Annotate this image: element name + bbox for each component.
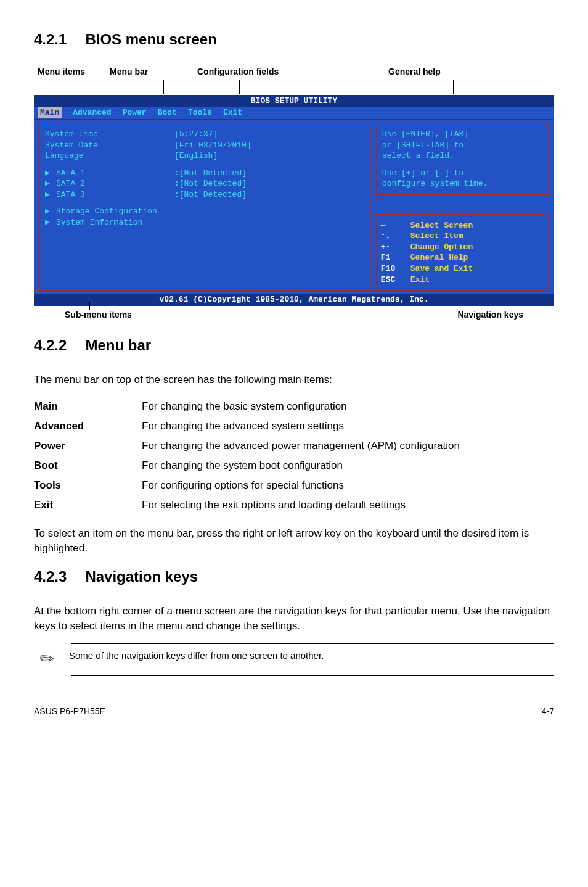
heading-421-title: BIOS menu screen [85, 31, 216, 47]
label-sata1: SATA 1 [56, 168, 85, 178]
bottom-label-row: Sub-menu items Navigation keys [34, 310, 554, 320]
cell-key: Advanced [34, 416, 142, 436]
row-sata3[interactable]: ▶SATA 3 :[Not Detected] [45, 189, 364, 200]
table-row: PowerFor changing the advanced power man… [34, 436, 554, 456]
heading-421: 4.2.1BIOS menu screen [34, 31, 554, 48]
bios-tab-exit[interactable]: Exit [223, 107, 242, 118]
value-language: [English] [174, 151, 218, 162]
row-language[interactable]: Language [English] [45, 151, 364, 162]
cell-key: Boot [34, 456, 142, 476]
row-sata1[interactable]: ▶SATA 1 :[Not Detected] [45, 168, 364, 179]
top-label-row: Menu items Menu bar Configuration fields… [34, 67, 554, 76]
footer-left: ASUS P6-P7H55E [34, 706, 105, 716]
tick-line [59, 80, 59, 94]
note-box: ✎ Some of the navigation keys differ fro… [71, 643, 554, 676]
nav-desc: Change Option [410, 242, 473, 253]
bios-tab-power[interactable]: Power [123, 107, 147, 118]
bios-screenshot: BIOS SETUP UTILITY Main Advanced Power B… [34, 95, 554, 306]
label-submenu-text: Sub-menu items [65, 310, 132, 320]
nav-key: +- [381, 242, 410, 253]
cell-key: Power [34, 436, 142, 456]
nav-desc: Select Item [410, 231, 463, 242]
label-navigation-keys: Navigation keys [145, 310, 554, 320]
label-system-date: System Date [45, 140, 174, 151]
nav-desc: General Help [410, 252, 468, 263]
label-general-help: General help [339, 67, 554, 76]
help-line: Use [ENTER], [TAB] [382, 129, 544, 140]
heading-423-num: 4.2.3 [34, 568, 67, 585]
bios-tab-advanced[interactable]: Advanced [73, 107, 111, 118]
bios-tab-boot[interactable]: Boot [158, 107, 177, 118]
value-sata2: :[Not Detected] [174, 178, 247, 189]
value-system-date: [Fri 03/19/2010] [174, 140, 251, 151]
bios-help-box: Use [ENTER], [TAB] or [SHIFT-TAB] to sel… [376, 123, 550, 196]
tick-line [163, 80, 164, 94]
note-text: Some of the navigation keys differ from … [69, 650, 324, 661]
cell-key: Exit [34, 495, 142, 515]
bios-copyright: v02.61 (C)Copyright 1985-2010, American … [34, 294, 554, 306]
value-sata3: :[Not Detected] [174, 189, 247, 200]
page-footer: ASUS P6-P7H55E 4-7 [34, 701, 554, 716]
label-navkeys-text: Navigation keys [457, 310, 523, 320]
value-system-time: [5:27:37] [174, 129, 218, 140]
cell-val: For changing the advanced power manageme… [142, 436, 554, 456]
cell-val: For changing the basic system configurat… [142, 397, 554, 416]
submenu-arrow-icon: ▶ [45, 189, 56, 200]
bios-tab-tools[interactable]: Tools [188, 107, 212, 118]
bios-right-panel: Use [ENTER], [TAB] or [SHIFT-TAB] to sel… [376, 123, 550, 291]
nav-key: F1 [381, 252, 410, 263]
heading-422: 4.2.2Menu bar [34, 337, 554, 354]
label-system-info: System Information [56, 218, 142, 227]
row-system-info[interactable]: ▶System Information [45, 217, 364, 228]
label-menu-bar: Menu bar [99, 67, 179, 76]
submenu-arrow-icon: ▶ [45, 168, 56, 179]
help-line: configure system time. [382, 178, 544, 189]
label-system-time: System Time [45, 129, 174, 140]
help-line: Use [+] or [-] to [382, 168, 544, 179]
tick-line [239, 80, 240, 94]
nav-desc: Select Screen [410, 220, 473, 231]
table-row: MainFor changing the basic system config… [34, 397, 554, 416]
nav-desc: Save and Exit [410, 263, 473, 274]
table-row: ExitFor selecting the exit options and l… [34, 495, 554, 515]
bios-tab-main[interactable]: Main [38, 107, 62, 118]
para-422-outro: To select an item on the menu bar, press… [34, 526, 554, 556]
bios-left-panel: System Time [5:27:37] System Date [Fri 0… [38, 123, 371, 291]
submenu-arrow-icon: ▶ [45, 206, 56, 217]
label-menu-items: Menu items [34, 67, 99, 76]
nav-key: ↔ [381, 220, 410, 231]
bios-tab-bar: Main Advanced Power Boot Tools Exit [34, 107, 554, 120]
table-row: ToolsFor configuring options for special… [34, 476, 554, 495]
row-system-time[interactable]: System Time [5:27:37] [45, 129, 364, 140]
cell-key: Tools [34, 476, 142, 495]
heading-423-title: Navigation keys [85, 568, 198, 585]
heading-421-num: 4.2.1 [34, 31, 67, 47]
bios-body: System Time [5:27:37] System Date [Fri 0… [34, 119, 554, 294]
tick-line [453, 80, 454, 94]
cell-val: For changing the system boot configurati… [142, 456, 554, 476]
submenu-arrow-icon: ▶ [45, 178, 56, 189]
para-423: At the bottom right corner of a menu scr… [34, 604, 554, 633]
nav-key: F10 [381, 263, 410, 274]
cell-val: For selecting the exit options and loadi… [142, 495, 554, 515]
label-submenu-items: Sub-menu items [34, 310, 145, 320]
menu-bar-table: MainFor changing the basic system config… [34, 397, 554, 515]
nav-key: ESC [381, 274, 410, 286]
label-sata3: SATA 3 [56, 190, 85, 199]
label-language: Language [45, 151, 174, 162]
label-config-fields: Configuration fields [179, 67, 339, 76]
row-storage-config[interactable]: ▶Storage Configuration [45, 206, 364, 217]
cell-key: Main [34, 397, 142, 416]
pencil-icon: ✎ [35, 646, 59, 671]
row-system-date[interactable]: System Date [Fri 03/19/2010] [45, 140, 364, 151]
submenu-arrow-icon: ▶ [45, 217, 56, 228]
row-sata2[interactable]: ▶SATA 2 :[Not Detected] [45, 178, 364, 189]
para-422-intro: The menu bar on top of the screen has th… [34, 373, 554, 387]
heading-422-title: Menu bar [85, 337, 151, 353]
tick-line [319, 80, 319, 94]
label-storage-config: Storage Configuration [56, 207, 157, 216]
cell-val: For changing the advanced system setting… [142, 416, 554, 436]
help-line: or [SHIFT-TAB] to [382, 140, 544, 151]
help-line: select a field. [382, 151, 544, 162]
value-sata1: :[Not Detected] [174, 168, 247, 179]
